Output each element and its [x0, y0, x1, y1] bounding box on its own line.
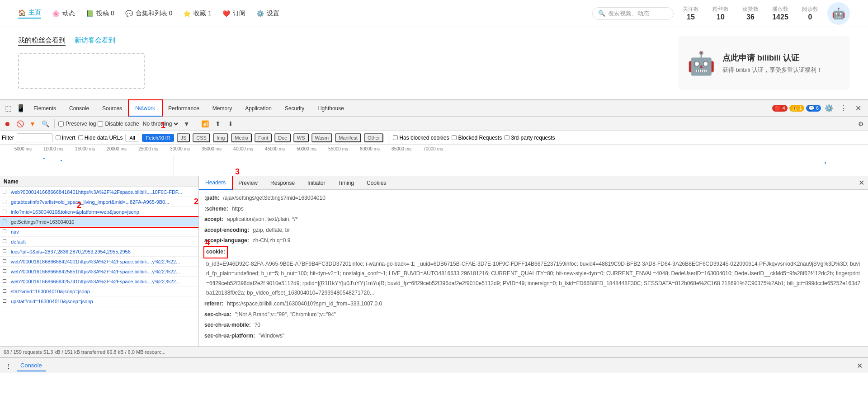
upload-icon[interactable]: ⬆ [212, 118, 223, 129]
third-party-checkbox[interactable] [505, 135, 509, 140]
tab-fans[interactable]: 我的粉丝会看到 [18, 36, 66, 46]
header-value-scheme: https [232, 204, 244, 214]
console-close-button[interactable]: ✕ [857, 361, 863, 370]
nav-label-subscription: 订阅 [233, 9, 245, 18]
nav-item-settings[interactable]: ⚙️ 设置 [256, 9, 279, 18]
search-icon[interactable]: 🔍 [40, 118, 51, 129]
search-box[interactable]: 🔍 搜索视频、动态 [592, 7, 674, 20]
filter-img-button[interactable]: Img [213, 133, 228, 142]
close-icon[interactable]: ✕ [852, 102, 864, 115]
req-name-0: web?00001416686668418401https%3A%2F%2Fsp… [9, 189, 198, 195]
tab-console[interactable]: Console [63, 100, 96, 117]
disable-cache-checkbox[interactable] [98, 121, 103, 127]
invert-label[interactable]: Invert [56, 135, 75, 141]
has-blocked-cookies-checkbox[interactable] [393, 135, 398, 140]
request-row-0[interactable]: ☐ web?00001416686668418401https%3A%2F%2F… [0, 187, 198, 197]
request-row-2[interactable]: ☐ info?mid=163004010&token=&platform=web… [0, 207, 198, 217]
blocked-requests-checkbox[interactable] [452, 135, 457, 140]
gear-icon[interactable]: ⚙ [855, 118, 866, 129]
more-icon[interactable]: ⋮ [837, 102, 850, 115]
devtools-icon-pointer[interactable]: ⬚ [2, 102, 14, 115]
header-name-accept: accept: [204, 215, 223, 225]
request-row-4[interactable]: ☐ nav [0, 227, 198, 237]
tab-visitors[interactable]: 新访客会看到 [75, 36, 115, 46]
clear-button[interactable]: 🚫 [14, 118, 25, 129]
wifi-icon[interactable]: 📶 [200, 118, 211, 129]
preserve-log-checkbox[interactable] [58, 121, 64, 127]
req-name-9: web?00001616686668425741https%3A%2F%2Fsp… [9, 279, 198, 284]
console-tab[interactable]: Console [17, 360, 46, 371]
preserve-log-label[interactable]: Preserve log [58, 121, 96, 127]
filter-css-button[interactable]: CSS [193, 133, 210, 142]
stat-following-label: 关注数 [683, 5, 699, 13]
devtools-icon-device[interactable]: 📱 [14, 102, 27, 115]
detail-tab-initiator[interactable]: Initiator [301, 176, 331, 190]
upload-icon: 📗 [86, 10, 94, 17]
tab-network[interactable]: Network [129, 100, 162, 117]
filter-ws-button[interactable]: WS [293, 133, 309, 142]
tab-elements[interactable]: Elements [27, 100, 63, 117]
nav-item-subscription[interactable]: ❤️ 订阅 [222, 9, 245, 18]
detail-tab-timing[interactable]: Timing [331, 176, 360, 190]
tab-security[interactable]: Security [278, 100, 311, 117]
nav-item-favorites[interactable]: ⭐ 收藏 1 [183, 9, 212, 18]
stat-likes-label: 获赞数 [742, 5, 759, 13]
tab-application[interactable]: Application [239, 100, 278, 117]
invert-checkbox[interactable] [56, 135, 61, 140]
filter-doc-button[interactable]: Doc [274, 133, 291, 142]
request-row-1[interactable]: ☐ getabtestinfo?varlist=old_space_living… [0, 197, 198, 207]
has-blocked-cookies-label[interactable]: Has blocked cookies [393, 135, 449, 141]
filter-wasm-button[interactable]: Wasm [311, 133, 333, 142]
blocked-requests-label[interactable]: Blocked Requests [452, 135, 502, 141]
request-row-8[interactable]: ☐ web?00001616686668425651https%3A%2F%2F… [0, 267, 198, 277]
request-row-9[interactable]: ☐ web?00001616686668425741https%3A%2F%2F… [0, 277, 198, 286]
filter-fetch-xhr-button[interactable]: Fetch/XHR [142, 134, 175, 142]
header-row-sec-ch-ua: sec-ch-ua: ";Not A Brand";v="99", "Chrom… [204, 310, 863, 320]
detail-tab-preview[interactable]: Preview [232, 176, 264, 190]
settings-icon[interactable]: ⚙️ [823, 102, 835, 115]
tab-performance[interactable]: Performance [162, 100, 206, 117]
tab-sources[interactable]: Sources [96, 100, 129, 117]
header-name-referer: referer: [204, 299, 223, 309]
filter-other-button[interactable]: Other [364, 133, 384, 142]
console-drag-handle[interactable]: ⋮ [5, 362, 11, 369]
nav-item-collection[interactable]: 💬 合集和列表 0 [125, 9, 173, 18]
detail-close-button[interactable]: ✕ [859, 178, 864, 187]
req-name-3: getSettings?mid=163004010 [9, 219, 198, 225]
filter-input[interactable] [17, 133, 53, 142]
detail-tab-response[interactable]: Response [264, 176, 301, 190]
throttle-select[interactable]: No throttling [141, 120, 179, 127]
expand-icon[interactable]: ▼ [181, 118, 192, 129]
third-party-label[interactable]: 3rd-party requests [505, 135, 555, 141]
nav-item-upload[interactable]: 📗 投稿 0 [86, 9, 114, 18]
hide-data-urls-checkbox[interactable] [78, 135, 83, 140]
tab-lighthouse[interactable]: Lighthouse [311, 100, 351, 117]
filter-all-button[interactable]: All [125, 134, 139, 142]
tl-label-10: 55000 ms [316, 146, 348, 151]
record-button[interactable]: ⏺ [2, 118, 13, 129]
disable-cache-label[interactable]: Disable cache [98, 121, 139, 127]
invert-text: Invert [62, 135, 75, 141]
hide-data-urls-label[interactable]: Hide data URLs [78, 135, 123, 141]
request-row-11[interactable]: ☐ upstat?mid=163004010&jsonp=jsonp [0, 296, 198, 306]
nav-item-home[interactable]: 🏠 主页 [18, 9, 41, 19]
request-row-10[interactable]: ☐ stat?vmid=163004010&jsonp=jsonp [0, 286, 198, 296]
request-rows[interactable]: ☐ web?00001416686668418401https%3A%2F%2F… [0, 187, 198, 346]
request-row-5[interactable]: ☐ default [0, 237, 198, 247]
request-header-name: Name [0, 176, 198, 187]
stat-plays-label: 播放数 [772, 5, 788, 13]
request-row-6[interactable]: ☐ locs?pf=0&ids=2837,2836,2870,2953,2954… [0, 247, 198, 257]
nav-item-dynamic[interactable]: 🌸 动态 [52, 9, 75, 18]
filter-media-button[interactable]: Media [231, 133, 252, 142]
detail-tab-cookies[interactable]: Cookies [360, 176, 392, 190]
tab-memory[interactable]: Memory [206, 100, 239, 117]
request-row-3[interactable]: ☐ getSettings?mid=163004010 [0, 217, 198, 227]
filter-icon[interactable]: ▼ [27, 118, 38, 129]
bilibili-cert[interactable]: 🤖 点此申请 bilibili 认证 获得 bilibili 认证，享受多重认证… [678, 36, 850, 90]
filter-js-button[interactable]: JS [177, 133, 190, 142]
download-icon[interactable]: ⬇ [225, 118, 236, 129]
detail-tab-headers[interactable]: Headers [199, 176, 232, 190]
filter-manifest-button[interactable]: Manifest [335, 133, 361, 142]
request-row-7[interactable]: ☐ web?00001616686668424001https%3A%2F%2F… [0, 257, 198, 267]
filter-font-button[interactable]: Font [255, 133, 272, 142]
